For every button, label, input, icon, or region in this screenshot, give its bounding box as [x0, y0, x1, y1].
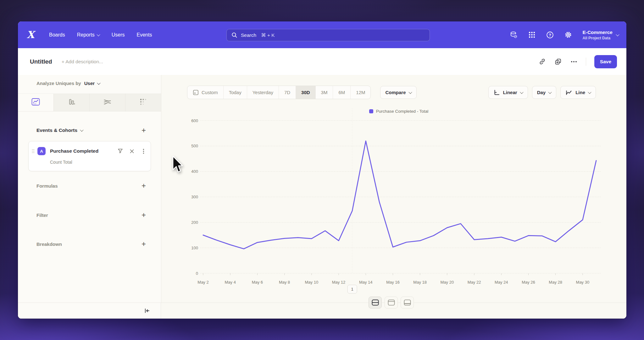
chart-legend: Purchase Completed - Total: [185, 109, 613, 114]
project-name: E-Commerce: [582, 30, 613, 35]
project-switcher[interactable]: E-Commerce All Project Data: [582, 30, 619, 40]
scale-button[interactable]: Linear: [488, 86, 528, 99]
add-event-button[interactable]: +: [142, 127, 146, 133]
series-line: [203, 141, 596, 249]
flows-icon: [103, 98, 112, 107]
duplicate-icon[interactable]: [554, 58, 562, 65]
x-axis-label: May 2: [197, 280, 208, 285]
remove-event-icon[interactable]: [129, 148, 135, 154]
search-input[interactable]: Search ⌘ + K: [226, 29, 430, 41]
event-name[interactable]: Purchase Completed: [50, 148, 98, 154]
nav-item-users[interactable]: Users: [112, 32, 125, 38]
tab-insights-line[interactable]: [18, 94, 54, 111]
calendar-icon: [193, 89, 199, 95]
bar-chart-icon: [68, 98, 76, 107]
divider: [586, 58, 586, 66]
layout-toggles: [369, 297, 414, 309]
more-options-icon[interactable]: [570, 58, 578, 65]
tab-flows[interactable]: [90, 94, 125, 111]
event-measurement[interactable]: Count Total: [50, 160, 72, 165]
x-axis-label: May 12: [332, 280, 346, 285]
range-button-today[interactable]: Today: [224, 86, 247, 99]
range-button-7d[interactable]: 7D: [279, 86, 296, 99]
range-button-3m[interactable]: 3M: [316, 86, 333, 99]
split-view-toggle[interactable]: [369, 297, 382, 309]
range-button-6m[interactable]: 6M: [333, 86, 351, 99]
chevron-down-icon: [97, 81, 100, 84]
chevron-down-icon: [616, 32, 619, 36]
mixpanel-logo[interactable]: X: [27, 21, 41, 48]
report-actions: Save: [539, 55, 617, 68]
x-axis-label: May 22: [468, 280, 481, 285]
split-view-icon: [372, 299, 379, 306]
chevron-down-icon: [520, 90, 523, 94]
linear-scale-icon: [493, 89, 500, 96]
x-axis-label: May 18: [413, 280, 427, 285]
tab-bar-chart[interactable]: [54, 94, 90, 111]
y-axis-label: 100: [191, 246, 198, 250]
collapse-sidebar-icon[interactable]: [143, 307, 151, 314]
event-card-row: A Purchase Completed: [32, 147, 146, 155]
analyze-by-dropdown[interactable]: User: [84, 81, 100, 86]
analyze-row: Analyze Uniques by User: [36, 81, 152, 86]
table-only-view-icon: [404, 299, 411, 306]
chevron-down-icon: [588, 90, 591, 94]
breakdown-section: Breakdown +: [36, 241, 146, 247]
chart-panel: CustomTodayYesterday7D30D3M6M12M Compare: [161, 75, 626, 303]
app-window: X BoardsReportsUsersEvents Search ⌘ + K: [18, 21, 626, 319]
data-management-icon[interactable]: [509, 31, 518, 39]
nav-item-boards[interactable]: Boards: [49, 32, 65, 38]
sidebar-footer: [18, 303, 161, 319]
range-button-custom[interactable]: Custom: [187, 86, 224, 99]
desktop-background: X BoardsReportsUsersEvents Search ⌘ + K: [0, 0, 644, 340]
chevron-down-icon: [97, 32, 100, 36]
report-description-placeholder[interactable]: + Add description...: [62, 59, 103, 65]
add-formula-button[interactable]: +: [142, 183, 146, 189]
filter-funnel-icon[interactable]: [117, 148, 123, 154]
line-chart: 0100200300400500600May 2May 4May 6May 8M…: [185, 114, 613, 297]
x-axis-label: May 8: [279, 280, 290, 285]
tab-retention[interactable]: [125, 94, 161, 111]
events-cohorts-toggle[interactable]: Events & Cohorts: [36, 128, 83, 133]
x-axis-label: May 4: [225, 280, 236, 285]
more-options-icon[interactable]: [141, 148, 146, 154]
range-button-12m[interactable]: 12M: [351, 86, 370, 99]
copy-link-icon[interactable]: [539, 58, 546, 65]
legend-item[interactable]: Purchase Completed - Total: [369, 109, 428, 114]
drag-handle-icon[interactable]: [32, 149, 36, 153]
compare-button[interactable]: Compare: [380, 86, 416, 99]
add-breakdown-button[interactable]: +: [142, 241, 146, 247]
events-cohorts-row: Events & Cohorts +: [36, 127, 146, 133]
interval-button[interactable]: Day: [532, 86, 557, 99]
range-button-30d[interactable]: 30D: [296, 86, 316, 99]
chevron-down-icon: [80, 128, 83, 132]
x-axis-label: May 30: [576, 280, 590, 285]
chevron-down-icon: [548, 90, 552, 94]
event-card[interactable]: A Purchase Completed: [28, 141, 151, 171]
chart-only-view-toggle[interactable]: [385, 297, 398, 309]
table-only-view-toggle[interactable]: [401, 297, 414, 309]
search-placeholder: Search: [241, 32, 256, 38]
report-title[interactable]: Untitled: [30, 58, 52, 65]
nav-item-events[interactable]: Events: [137, 32, 152, 38]
analyze-label: Analyze Uniques by: [36, 81, 81, 86]
y-axis-label: 200: [191, 220, 198, 225]
search-shortcut: ⌘ + K: [261, 32, 275, 38]
settings-gear-icon[interactable]: [564, 31, 572, 39]
nav-item-reports[interactable]: Reports: [77, 32, 100, 38]
formulas-section: Formulas +: [36, 183, 146, 189]
chart-only-view-icon: [388, 299, 395, 306]
query-builder-sidebar: Analyze Uniques by User: [18, 75, 161, 303]
help-icon[interactable]: ?: [546, 31, 554, 39]
window-footer: [18, 303, 626, 319]
apps-grid-icon[interactable]: [528, 31, 536, 39]
analyze-by-value: User: [84, 81, 95, 86]
breakdown-label: Breakdown: [36, 241, 62, 247]
y-axis-label: 300: [191, 195, 198, 199]
x-axis-label: May 16: [386, 280, 400, 285]
navbar-right: ? E-Commerce All Project Data: [509, 21, 619, 48]
add-filter-button[interactable]: +: [142, 212, 146, 218]
save-button[interactable]: Save: [594, 55, 617, 68]
chart-type-button[interactable]: Line: [560, 86, 596, 99]
range-button-yesterday[interactable]: Yesterday: [247, 86, 279, 99]
